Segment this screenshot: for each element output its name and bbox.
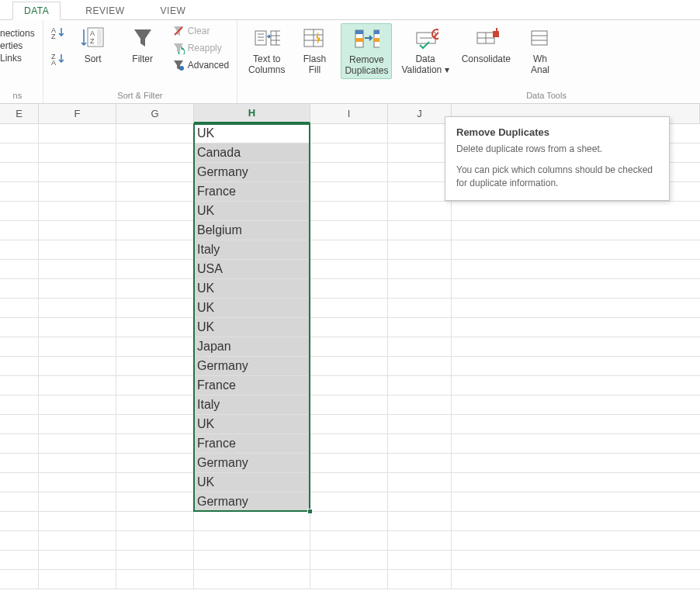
cell-J-10[interactable] bbox=[388, 299, 452, 318]
cell-G-7[interactable] bbox=[116, 240, 194, 260]
cell-H-10[interactable]: UK bbox=[194, 299, 310, 318]
cell-I-20[interactable] bbox=[310, 492, 388, 512]
reapply-filter-button[interactable]: Reapply bbox=[172, 42, 229, 54]
cell-F-8[interactable] bbox=[39, 260, 116, 279]
cell-G-2[interactable] bbox=[116, 143, 194, 163]
cell-G-8[interactable] bbox=[116, 260, 194, 279]
cell-J-17[interactable] bbox=[388, 434, 452, 454]
cell-G-12[interactable] bbox=[116, 337, 194, 357]
cell-E-8[interactable] bbox=[0, 260, 39, 279]
cell-H-4[interactable]: France bbox=[194, 182, 310, 202]
cell-H-16[interactable]: UK bbox=[194, 415, 310, 434]
tab-review[interactable]: REVIEW bbox=[75, 2, 135, 19]
cell-H-24[interactable] bbox=[194, 570, 310, 589]
advanced-filter-button[interactable]: Advanced bbox=[172, 59, 229, 71]
cell-I-4[interactable] bbox=[310, 182, 388, 202]
tab-view[interactable]: VIEW bbox=[150, 2, 197, 19]
cell-H-8[interactable]: USA bbox=[194, 260, 310, 279]
cell-J-18[interactable] bbox=[388, 454, 452, 473]
cell-F-18[interactable] bbox=[39, 454, 116, 473]
cell-H-6[interactable]: Belgium bbox=[194, 221, 310, 240]
cell-J-12[interactable] bbox=[388, 337, 452, 357]
cell-J-2[interactable] bbox=[388, 143, 452, 163]
cell-G-16[interactable] bbox=[116, 415, 194, 434]
cell-J-21[interactable] bbox=[388, 512, 452, 531]
cell-I-15[interactable] bbox=[310, 395, 388, 415]
cell-E-22[interactable] bbox=[0, 531, 39, 551]
cell-E-5[interactable] bbox=[0, 202, 39, 221]
cell-F-13[interactable] bbox=[39, 357, 116, 376]
text-to-columns-button[interactable]: Text to Columns bbox=[245, 23, 288, 78]
cell-I-8[interactable] bbox=[310, 260, 388, 279]
cell-F-4[interactable] bbox=[39, 182, 116, 202]
cell-I-10[interactable] bbox=[310, 299, 388, 318]
cell-F-16[interactable] bbox=[39, 415, 116, 434]
cell-J-23[interactable] bbox=[388, 551, 452, 570]
cell-H-12[interactable]: Japan bbox=[194, 337, 310, 357]
cell-F-6[interactable] bbox=[39, 221, 116, 240]
cell-E-13[interactable] bbox=[0, 357, 39, 376]
cell-J-6[interactable] bbox=[388, 221, 452, 240]
cell-H-19[interactable]: UK bbox=[194, 473, 310, 492]
cell-G-3[interactable] bbox=[116, 163, 194, 182]
sort-desc-icon[interactable]: ZA bbox=[51, 53, 64, 65]
cell-I-23[interactable] bbox=[310, 551, 388, 570]
cell-H-22[interactable] bbox=[194, 531, 310, 551]
cell-J-20[interactable] bbox=[388, 492, 452, 512]
what-if-button[interactable]: Wh Anal bbox=[520, 23, 560, 78]
cell-I-14[interactable] bbox=[310, 376, 388, 395]
cell-H-18[interactable]: Germany bbox=[194, 454, 310, 473]
cell-E-7[interactable] bbox=[0, 240, 39, 260]
sort-asc-icon[interactable]: AZ bbox=[51, 26, 64, 39]
cell-F-1[interactable] bbox=[39, 124, 116, 143]
cell-F-9[interactable] bbox=[39, 279, 116, 299]
cell-F-11[interactable] bbox=[39, 318, 116, 337]
cell-I-12[interactable] bbox=[310, 337, 388, 357]
column-header-E[interactable]: E bbox=[0, 104, 39, 123]
cell-F-10[interactable] bbox=[39, 299, 116, 318]
cell-G-4[interactable] bbox=[116, 182, 194, 202]
cell-E-15[interactable] bbox=[0, 395, 39, 415]
cell-E-1[interactable] bbox=[0, 124, 39, 143]
cell-H-9[interactable]: UK bbox=[194, 279, 310, 299]
cell-E-3[interactable] bbox=[0, 163, 39, 182]
cell-H-1[interactable]: UK bbox=[194, 124, 310, 143]
cell-I-13[interactable] bbox=[310, 357, 388, 376]
connections-label[interactable]: nections bbox=[0, 28, 35, 39]
cell-H-14[interactable]: France bbox=[194, 376, 310, 395]
cell-H-23[interactable] bbox=[194, 551, 310, 570]
cell-G-23[interactable] bbox=[116, 551, 194, 570]
cell-E-9[interactable] bbox=[0, 279, 39, 299]
cell-J-9[interactable] bbox=[388, 279, 452, 299]
cell-F-21[interactable] bbox=[39, 512, 116, 531]
cell-I-22[interactable] bbox=[310, 531, 388, 551]
cell-H-17[interactable]: France bbox=[194, 434, 310, 454]
cell-H-11[interactable]: UK bbox=[194, 318, 310, 337]
cell-H-13[interactable]: Germany bbox=[194, 357, 310, 376]
cell-I-7[interactable] bbox=[310, 240, 388, 260]
cell-G-13[interactable] bbox=[116, 357, 194, 376]
cell-I-9[interactable] bbox=[310, 279, 388, 299]
cell-G-9[interactable] bbox=[116, 279, 194, 299]
cell-J-24[interactable] bbox=[388, 570, 452, 589]
cell-J-19[interactable] bbox=[388, 473, 452, 492]
cell-H-7[interactable]: Italy bbox=[194, 240, 310, 260]
cell-J-14[interactable] bbox=[388, 376, 452, 395]
cell-E-19[interactable] bbox=[0, 473, 39, 492]
cell-E-21[interactable] bbox=[0, 512, 39, 531]
cell-E-18[interactable] bbox=[0, 454, 39, 473]
cell-J-15[interactable] bbox=[388, 395, 452, 415]
cell-E-23[interactable] bbox=[0, 551, 39, 570]
tab-data[interactable]: DATA bbox=[12, 2, 61, 20]
edit-links-label[interactable]: Links bbox=[0, 53, 35, 64]
cell-J-13[interactable] bbox=[388, 357, 452, 376]
column-header-H[interactable]: H bbox=[194, 104, 310, 123]
column-header-I[interactable]: I bbox=[310, 104, 388, 123]
cell-E-24[interactable] bbox=[0, 570, 39, 589]
cell-F-22[interactable] bbox=[39, 531, 116, 551]
cell-I-17[interactable] bbox=[310, 434, 388, 454]
cell-J-22[interactable] bbox=[388, 531, 452, 551]
cell-F-3[interactable] bbox=[39, 163, 116, 182]
cell-E-17[interactable] bbox=[0, 434, 39, 454]
flash-fill-button[interactable]: Flash Fill bbox=[294, 23, 334, 78]
